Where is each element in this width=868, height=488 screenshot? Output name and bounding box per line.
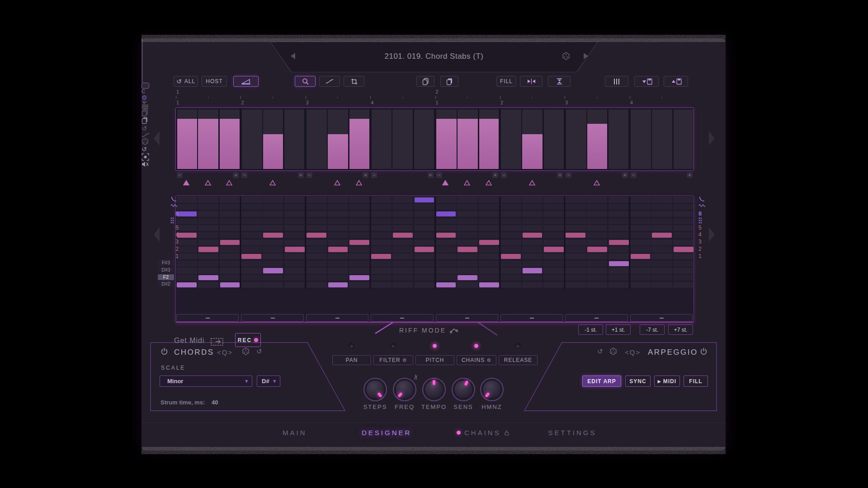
grid-cell[interactable]: [328, 197, 348, 203]
grid-cell[interactable]: [263, 204, 283, 210]
grid-cell[interactable]: [651, 204, 672, 210]
grid-cell[interactable]: [457, 204, 477, 210]
velocity-column[interactable]: [566, 109, 586, 169]
accent-triangle-filled[interactable]: [442, 180, 448, 186]
grid-cell[interactable]: [307, 246, 327, 252]
grid-cell[interactable]: [198, 282, 218, 288]
chord-slot[interactable]: [436, 314, 498, 322]
get-midi-label[interactable]: Get Midi: [174, 337, 205, 345]
grid-cell[interactable]: [609, 253, 628, 259]
save-preset-up-button[interactable]: [664, 76, 688, 87]
accent-triangle[interactable]: [464, 180, 470, 186]
grid-cell[interactable]: [566, 211, 586, 217]
grid-cell[interactable]: [566, 267, 586, 273]
velocity-column[interactable]: [242, 109, 262, 169]
grid-cell[interactable]: [241, 232, 262, 238]
grid-cell[interactable]: [651, 261, 672, 267]
grid-cell[interactable]: [392, 218, 413, 224]
grid-cell[interactable]: [651, 197, 672, 203]
grid-cell[interactable]: [543, 211, 563, 217]
note[interactable]: [609, 240, 629, 245]
grid-cell[interactable]: [220, 218, 240, 224]
grid-cell[interactable]: [284, 267, 304, 273]
grid-cell[interactable]: [241, 246, 262, 252]
grid-cell[interactable]: [371, 267, 392, 273]
grid-cell[interactable]: [479, 253, 499, 259]
note[interactable]: [263, 233, 283, 238]
grid-cell[interactable]: [220, 225, 240, 231]
nav-main[interactable]: MAIN: [283, 429, 307, 436]
velocity-column[interactable]: [198, 109, 218, 169]
grid-cell[interactable]: [479, 211, 499, 217]
tab-filter[interactable]: FILTER⚙: [373, 355, 413, 365]
grid-cell[interactable]: [673, 267, 693, 273]
velocity-bar[interactable]: [458, 119, 478, 169]
note[interactable]: [198, 275, 218, 280]
grid-cell[interactable]: [328, 218, 348, 224]
grid-cell[interactable]: [371, 211, 392, 217]
velocity-slider-handle[interactable]: [142, 83, 149, 89]
grid-cell[interactable]: [198, 239, 218, 245]
grid-cell[interactable]: [241, 261, 262, 267]
note[interactable]: [177, 233, 197, 238]
grid-cell[interactable]: [414, 239, 434, 245]
grid-cell[interactable]: [328, 211, 348, 217]
grid-cell[interactable]: [241, 239, 262, 245]
knob-steps[interactable]: [363, 378, 387, 401]
accent-triangle[interactable]: [269, 180, 276, 186]
note[interactable]: [587, 247, 607, 252]
grid-cell[interactable]: [284, 253, 304, 259]
note[interactable]: [458, 247, 477, 252]
grid-cell[interactable]: [263, 275, 283, 281]
note[interactable]: [501, 254, 521, 259]
grid-cell[interactable]: [371, 261, 392, 267]
grid-cell[interactable]: [241, 218, 262, 224]
grid-cell[interactable]: [392, 253, 413, 259]
note[interactable]: [436, 282, 456, 287]
note[interactable]: [609, 261, 629, 266]
accent-triangle[interactable]: [594, 180, 600, 186]
grid-cell[interactable]: [587, 275, 607, 281]
grid-cell[interactable]: [392, 282, 413, 288]
grid-cell[interactable]: [371, 282, 392, 288]
grid-cell[interactable]: [543, 239, 563, 245]
grid-cell[interactable]: [263, 225, 283, 231]
midi-button[interactable]: ▶MIDI: [654, 375, 680, 387]
grid-cell[interactable]: [263, 253, 283, 259]
grid-cell[interactable]: [392, 197, 413, 203]
grid-cell[interactable]: [177, 225, 197, 231]
velocity-decrease-button[interactable]: −: [436, 172, 442, 178]
grid-cell[interactable]: [284, 211, 304, 217]
grid-settings-gear-icon[interactable]: ⚙: [142, 94, 726, 101]
note[interactable]: [307, 233, 326, 238]
grid-cell[interactable]: [371, 232, 392, 238]
grid-cell[interactable]: [587, 211, 607, 217]
nav-designer[interactable]: DESIGNER: [362, 429, 411, 436]
grid-cell[interactable]: [349, 204, 369, 210]
velocity-increase-button[interactable]: +: [233, 172, 239, 178]
grid-cell[interactable]: [436, 246, 457, 252]
grid-cell[interactable]: [543, 261, 563, 267]
velocity-decrease-button[interactable]: −: [307, 172, 312, 178]
grid-cell[interactable]: [566, 246, 586, 252]
grid-cell[interactable]: [177, 261, 197, 267]
scale-select[interactable]: Minor ▾: [160, 375, 252, 387]
grid-cell[interactable]: [673, 239, 693, 245]
prev-preset-icon[interactable]: [291, 53, 295, 59]
grid-cell[interactable]: [371, 204, 392, 210]
row-label-D#2[interactable]: D#2: [158, 281, 174, 287]
paste-pattern-button[interactable]: [440, 76, 458, 87]
grid-cell[interactable]: [241, 275, 262, 281]
note[interactable]: [220, 240, 240, 245]
get-midi-drag-icon[interactable]: [210, 337, 226, 347]
grid-cell[interactable]: [307, 261, 327, 267]
grid-cell[interactable]: [522, 261, 542, 267]
grid-cell[interactable]: [307, 282, 327, 288]
grid-cell[interactable]: [371, 225, 392, 231]
grid-cell[interactable]: [328, 261, 348, 267]
key-select[interactable]: D# ▾: [257, 375, 280, 387]
grid-cell[interactable]: [414, 282, 434, 288]
grid-cell[interactable]: [587, 253, 607, 259]
grid-cell[interactable]: [479, 275, 499, 281]
grid-cell[interactable]: [651, 253, 672, 259]
